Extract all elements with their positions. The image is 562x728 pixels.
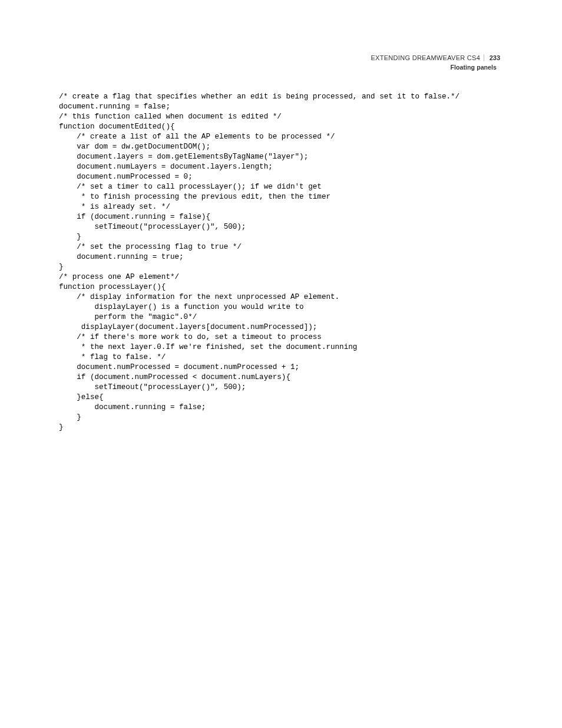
code-listing: /* create a flag that specifies whether … bbox=[59, 92, 527, 433]
header-title: EXTENDING DREAMWEAVER CS4 bbox=[371, 54, 484, 61]
page-number: 233 bbox=[487, 54, 500, 61]
header-section: Floating panels bbox=[371, 64, 500, 71]
page-header: EXTENDING DREAMWEAVER CS4 233 Floating p… bbox=[371, 52, 500, 71]
